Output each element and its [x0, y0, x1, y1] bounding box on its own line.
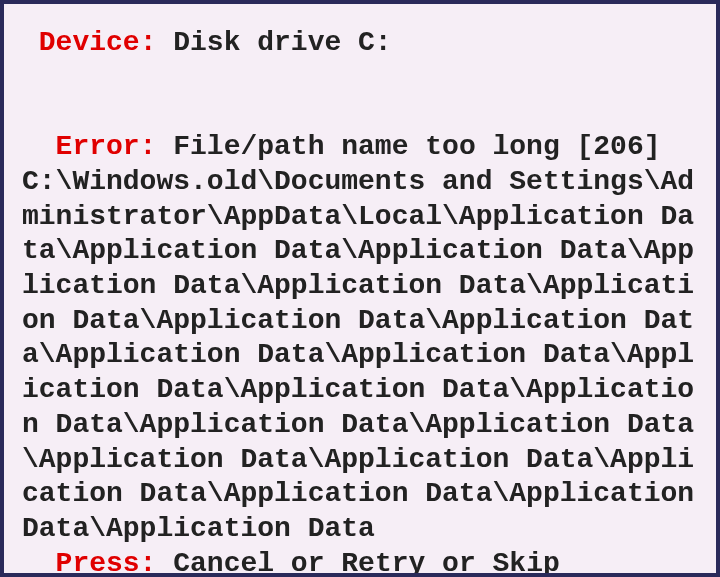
- cancel-option[interactable]: Cancel: [173, 548, 274, 577]
- error-label: Error:: [22, 131, 173, 162]
- device-value: Disk drive C:: [173, 27, 391, 58]
- error-value: File/path name too long [206] C:\Windows…: [22, 131, 711, 544]
- retry-hotkey: R: [341, 548, 358, 577]
- error-dialog: Device: Disk drive C: Error: File/path n…: [0, 0, 720, 577]
- cancel-text: ancel: [190, 548, 274, 577]
- separator-or: or: [425, 548, 492, 577]
- device-label: Device:: [22, 27, 173, 58]
- press-label: Press:: [22, 548, 173, 577]
- retry-text: etry: [358, 548, 425, 577]
- skip-option[interactable]: Skip: [493, 548, 560, 577]
- cancel-hotkey: C: [173, 548, 190, 577]
- retry-option[interactable]: Retry: [341, 548, 425, 577]
- skip-text: kip: [509, 548, 559, 577]
- separator-or: or: [274, 548, 341, 577]
- skip-hotkey: S: [493, 548, 510, 577]
